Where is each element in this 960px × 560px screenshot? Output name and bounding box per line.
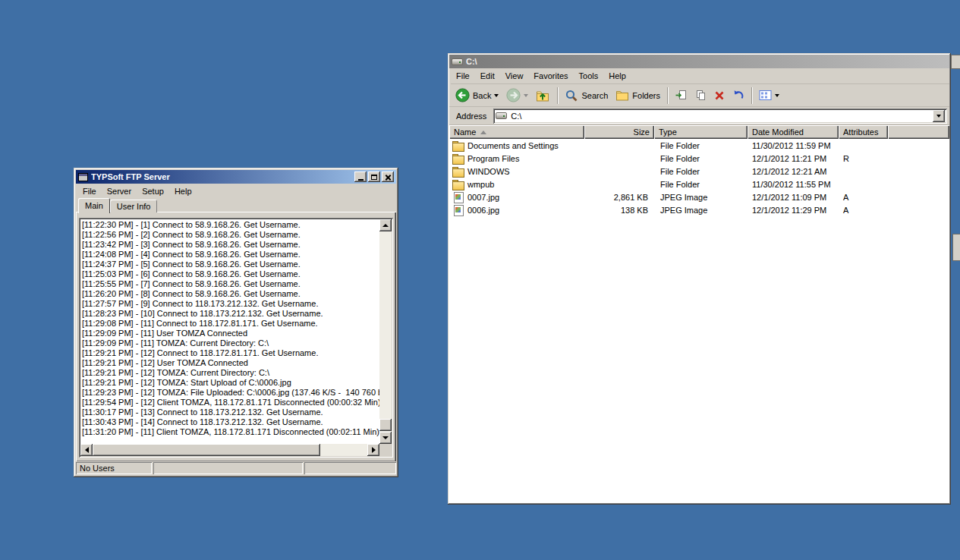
explorer-titlebar[interactable]: C:\: [449, 55, 949, 68]
column-headers: Name Size Type Date Modified Attributes: [449, 125, 949, 139]
horizontal-scrollbar[interactable]: [80, 444, 379, 456]
menu-item[interactable]: View: [500, 70, 529, 82]
file-name: WINDOWS: [467, 167, 510, 176]
file-type-cell: File Folder: [654, 139, 748, 152]
move-to-icon: [675, 90, 687, 101]
file-icon: [452, 153, 464, 164]
menu-item[interactable]: Server: [102, 185, 137, 197]
arrow-down-icon: [382, 436, 389, 439]
horizontal-scrollbar-thumb[interactable]: [93, 444, 320, 456]
menu-item[interactable]: Help: [603, 70, 631, 82]
scroll-left-button[interactable]: [80, 444, 93, 456]
move-to-button[interactable]: [672, 86, 690, 105]
menu-item[interactable]: Edit: [475, 70, 500, 82]
log-line: [11:29:21 PM] - [12] User TOMZA Connecte…: [82, 358, 378, 368]
ftp-log-area[interactable]: [11:22:30 PM] - [1] Connect to 58.9.168.…: [79, 218, 393, 458]
undo-button[interactable]: [729, 86, 748, 105]
maximize-button[interactable]: [368, 171, 380, 182]
close-button[interactable]: [382, 171, 394, 182]
file-icon: [452, 192, 464, 203]
toolbar-separator: [667, 87, 668, 104]
forward-icon: [506, 88, 521, 102]
address-input[interactable]: C:\: [493, 109, 947, 124]
scroll-right-button[interactable]: [367, 444, 379, 456]
toolbar-separator: [557, 87, 558, 104]
file-name-cell: 0006.jpg: [449, 203, 584, 216]
ftp-menubar: FileServerSetupHelp: [77, 184, 197, 197]
file-row[interactable]: Documents and Settings File Folder 11/30…: [449, 139, 949, 152]
delete-icon: [714, 90, 725, 101]
forward-button[interactable]: [503, 86, 531, 105]
ftp-titlebar[interactable]: TYPSoft FTP Server: [76, 170, 396, 184]
menu-item[interactable]: Help: [169, 185, 197, 197]
tab-main[interactable]: Main: [78, 198, 110, 213]
menu-item[interactable]: File: [77, 185, 102, 197]
log-line: [11:27:57 PM] - [9] Connect to 118.173.2…: [82, 299, 378, 309]
file-name: Documents and Settings: [467, 141, 559, 150]
column-header-attributes[interactable]: Attributes: [839, 125, 888, 139]
up-button[interactable]: [533, 86, 553, 105]
ftp-app-icon: [78, 173, 88, 181]
file-row[interactable]: 0007.jpg 2,861 KB JPEG Image 12/1/2012 1…: [449, 190, 949, 203]
vertical-scrollbar-thumb[interactable]: [379, 419, 392, 431]
column-header-label: Date Modified: [752, 127, 804, 137]
arrow-left-icon: [85, 447, 89, 453]
file-size-cell: [584, 139, 654, 152]
file-row[interactable]: 0006.jpg 138 KB JPEG Image 12/1/2012 11:…: [449, 203, 949, 216]
file-name: wmpub: [467, 180, 494, 189]
log-line: [11:30:17 PM] - [13] Connect to 118.173.…: [82, 407, 378, 417]
back-dropdown-icon[interactable]: [494, 94, 499, 97]
log-line: [11:24:37 PM] - [5] Connect to 58.9.168.…: [82, 260, 378, 269]
address-label: Address: [449, 112, 493, 121]
scroll-up-button[interactable]: [379, 219, 392, 231]
arrow-right-icon: [372, 447, 376, 453]
desktop: { "colors": { "desktop": "#3F6FA5", "chr…: [0, 0, 960, 560]
menu-item[interactable]: File: [451, 70, 475, 82]
column-header-type[interactable]: Type: [654, 125, 748, 139]
address-dropdown-button[interactable]: [933, 110, 945, 122]
column-header-name[interactable]: Name: [449, 125, 584, 139]
views-button[interactable]: [756, 86, 782, 105]
explorer-toolbar: Back Search: [449, 84, 949, 107]
file-attributes-cell: R: [839, 152, 888, 165]
file-type-cell: File Folder: [654, 152, 748, 165]
delete-button[interactable]: [711, 86, 728, 105]
folders-button[interactable]: Folders: [612, 86, 663, 105]
folders-label: Folders: [632, 91, 660, 100]
vertical-scrollbar[interactable]: [379, 219, 392, 444]
file-modified-cell: 11/30/2012 11:59 PM: [748, 139, 839, 152]
menu-item[interactable]: Setup: [137, 185, 169, 197]
explorer-menubar: FileEditViewFavoritesToolsHelp: [451, 68, 949, 84]
views-dropdown-icon[interactable]: [775, 94, 779, 97]
background-window-fragment: [952, 234, 960, 261]
log-line: [11:23:42 PM] - [3] Connect to 58.9.168.…: [82, 240, 378, 250]
search-icon: [565, 89, 578, 102]
file-modified-cell: 12/1/2012 12:21 AM: [748, 165, 839, 178]
menu-item[interactable]: Tools: [574, 70, 604, 82]
ftp-window-title: TYPSoft FTP Server: [91, 172, 351, 181]
status-panel: [304, 462, 396, 474]
folders-icon: [615, 90, 629, 102]
scroll-down-button[interactable]: [379, 432, 392, 444]
copy-to-button[interactable]: [691, 86, 710, 105]
search-button[interactable]: Search: [562, 86, 611, 105]
back-button[interactable]: Back: [452, 86, 502, 105]
tab-user-info[interactable]: User Info: [110, 200, 158, 212]
file-row[interactable]: Program Files File Folder 12/1/2012 11:2…: [449, 152, 949, 165]
file-icon: [452, 166, 464, 177]
file-modified-cell: 12/1/2012 11:29 PM: [748, 203, 839, 216]
log-line: [11:29:54 PM] - [12] Client TOMZA, 118.1…: [82, 398, 378, 407]
file-type-cell: JPEG Image: [654, 190, 748, 203]
column-header-date-modified[interactable]: Date Modified: [748, 125, 839, 139]
column-header-size[interactable]: Size: [584, 125, 654, 139]
status-users: No Users: [76, 462, 152, 474]
minimize-button[interactable]: [354, 171, 367, 182]
file-row[interactable]: wmpub File Folder 11/30/2012 11:55 PM: [449, 178, 949, 190]
file-icon: [452, 140, 464, 151]
menu-item[interactable]: Favorites: [528, 70, 573, 82]
file-modified-cell: 11/30/2012 11:55 PM: [748, 178, 839, 190]
copy-to-icon: [694, 90, 707, 101]
file-size-cell: 2,861 KB: [584, 190, 654, 203]
file-row[interactable]: WINDOWS File Folder 12/1/2012 12:21 AM: [449, 165, 949, 178]
log-line: [11:24:08 PM] - [4] Connect to 58.9.168.…: [82, 250, 378, 260]
